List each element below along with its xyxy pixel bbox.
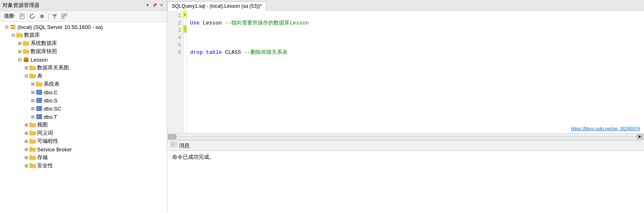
table-dboT-node[interactable]: dbo.T bbox=[0, 113, 167, 121]
storage-expand[interactable] bbox=[23, 154, 29, 161]
editor-area[interactable]: 1 2 3 4 5 6 ▶ Use Lesson --指向 bbox=[167, 11, 644, 133]
security-folder[interactable]: 安全性 bbox=[0, 162, 167, 170]
security-label: 安全性 bbox=[37, 162, 53, 169]
watermark[interactable]: https://blog.csdn.net/qq_36260574 bbox=[571, 126, 640, 131]
watermark-text: https://blog.csdn.net/qq_36260574 bbox=[571, 126, 640, 131]
tables-expand[interactable] bbox=[23, 73, 29, 79]
diagram-expand[interactable] bbox=[23, 64, 29, 71]
db-diagram-node[interactable]: 数据库关系图 bbox=[0, 64, 167, 72]
dboS-table-icon bbox=[36, 97, 42, 104]
tables-folder[interactable]: 表 bbox=[0, 72, 167, 80]
results-tab-bar: 消息 bbox=[167, 140, 644, 151]
editor-hscroll[interactable]: ▶ bbox=[167, 133, 644, 140]
security-expand[interactable] bbox=[23, 162, 29, 169]
system-tables-node[interactable]: 系统表 bbox=[0, 80, 167, 88]
svg-rect-9 bbox=[62, 17, 64, 19]
lesson-db-icon bbox=[23, 56, 29, 63]
service-broker-folder[interactable]: Service Broker bbox=[0, 145, 167, 153]
refresh-button[interactable] bbox=[28, 12, 37, 20]
line-num-4: 4 bbox=[178, 34, 181, 42]
databases-expand-icon[interactable] bbox=[10, 32, 16, 38]
tables-label: 表 bbox=[37, 72, 42, 80]
toolbar-separator bbox=[48, 13, 49, 20]
message-icon bbox=[170, 142, 177, 149]
dboC-table-icon bbox=[36, 89, 42, 95]
line-num-3: 3 bbox=[178, 27, 181, 34]
code-content[interactable]: Use Lesson --指向需要所操作的数据库Lesson drop tabl… bbox=[187, 11, 644, 133]
storage-folder[interactable]: 存储 bbox=[0, 153, 167, 162]
results-tab-label: 消息 bbox=[179, 142, 190, 149]
prog-folder-icon bbox=[29, 138, 36, 144]
dboS-expand[interactable] bbox=[29, 97, 36, 104]
code-line-3: drop table CLASS --删除班级关系表 bbox=[190, 49, 641, 56]
system-databases-label: 系统数据库 bbox=[31, 40, 57, 47]
refresh-icon bbox=[29, 13, 35, 20]
system-databases-node[interactable]: 系统数据库 bbox=[0, 39, 167, 47]
dboS-label: dbo.S bbox=[44, 98, 58, 104]
lesson-db-node[interactable]: Lesson bbox=[0, 55, 167, 64]
system-db-expand[interactable] bbox=[16, 40, 23, 47]
databases-label: 数据库 bbox=[24, 31, 40, 39]
hscroll-thumb[interactable] bbox=[168, 134, 176, 139]
svg-rect-5 bbox=[40, 15, 44, 18]
table-dboC-node[interactable]: dbo.C bbox=[0, 88, 167, 96]
stop-icon bbox=[39, 13, 45, 20]
pin-button[interactable]: ▼ bbox=[145, 2, 150, 8]
indicator-1: ▶ bbox=[184, 11, 186, 18]
tab-bar: SQLQuery1.sql - (local).Lesson (sa (53))… bbox=[167, 0, 644, 11]
hscroll-track[interactable] bbox=[176, 136, 637, 138]
table-dboSC-node[interactable]: dbo.SC bbox=[0, 104, 167, 113]
svg-point-16 bbox=[24, 60, 29, 62]
snapshot-expand[interactable] bbox=[16, 48, 23, 55]
broker-expand[interactable] bbox=[23, 146, 29, 153]
new-query-button[interactable] bbox=[18, 12, 27, 20]
collapse-button[interactable] bbox=[60, 12, 69, 20]
sys-table-folder-icon bbox=[36, 81, 42, 87]
db-snapshot-label: 数据库快照 bbox=[31, 48, 57, 55]
dboT-expand[interactable] bbox=[29, 113, 36, 120]
table-dboS-node[interactable]: dbo.S bbox=[0, 96, 167, 104]
lesson-expand[interactable] bbox=[16, 56, 23, 63]
views-expand[interactable] bbox=[23, 122, 29, 128]
line-num-6: 6 bbox=[178, 49, 181, 56]
results-message: 命令已成功完成。 bbox=[172, 154, 215, 160]
close-button[interactable]: ✕ bbox=[159, 2, 164, 8]
connect-button[interactable]: 连接· bbox=[2, 12, 17, 20]
views-folder[interactable]: 视图 bbox=[0, 121, 167, 129]
new-query-icon bbox=[19, 13, 26, 20]
dboC-expand[interactable] bbox=[29, 89, 36, 95]
snapshot-folder-icon bbox=[23, 48, 29, 55]
views-label: 视图 bbox=[37, 121, 48, 129]
right-panel: SQLQuery1.sql - (local).Lesson (sa (53))… bbox=[167, 0, 644, 213]
tree-view[interactable]: (local) (SQL Server 10.50.1600 - sa) 数据库… bbox=[0, 22, 167, 213]
broker-folder-icon bbox=[29, 146, 36, 153]
sys-table-expand[interactable] bbox=[29, 81, 36, 87]
filter-button[interactable] bbox=[50, 12, 59, 20]
dboSC-expand[interactable] bbox=[29, 105, 36, 112]
storage-label: 存储 bbox=[37, 154, 48, 161]
programmability-folder[interactable]: 可编程性 bbox=[0, 137, 167, 145]
pin-icon[interactable]: 📌 bbox=[152, 2, 157, 8]
code-line-5 bbox=[190, 78, 641, 86]
code-line-1: Use Lesson --指向需要所操作的数据库Lesson bbox=[190, 20, 641, 27]
synonyms-expand[interactable] bbox=[23, 130, 29, 136]
stop-button[interactable] bbox=[38, 12, 46, 20]
indicator-6 bbox=[184, 47, 186, 55]
server-node[interactable]: (local) (SQL Server 10.50.1600 - sa) bbox=[0, 23, 167, 31]
tables-folder-icon bbox=[29, 73, 36, 79]
db-diagram-label: 数据库关系图 bbox=[37, 64, 69, 71]
diagram-folder-icon bbox=[29, 64, 36, 71]
svg-point-12 bbox=[14, 25, 15, 26]
db-snapshot-node[interactable]: 数据库快照 bbox=[0, 47, 167, 55]
prog-expand[interactable] bbox=[23, 138, 29, 144]
indicator-3 bbox=[184, 25, 186, 33]
server-expand-icon[interactable] bbox=[3, 24, 10, 30]
svg-marker-4 bbox=[32, 13, 33, 15]
dboT-table-icon bbox=[36, 113, 42, 120]
svg-rect-21 bbox=[36, 98, 42, 103]
databases-folder[interactable]: 数据库 bbox=[0, 31, 167, 39]
hscroll-right[interactable]: ▶ bbox=[637, 134, 643, 139]
query-tab[interactable]: SQLQuery1.sql - (local).Lesson (sa (53))… bbox=[167, 1, 266, 11]
synonyms-folder[interactable]: 同义词 bbox=[0, 129, 167, 137]
synonyms-label: 同义词 bbox=[37, 129, 53, 137]
